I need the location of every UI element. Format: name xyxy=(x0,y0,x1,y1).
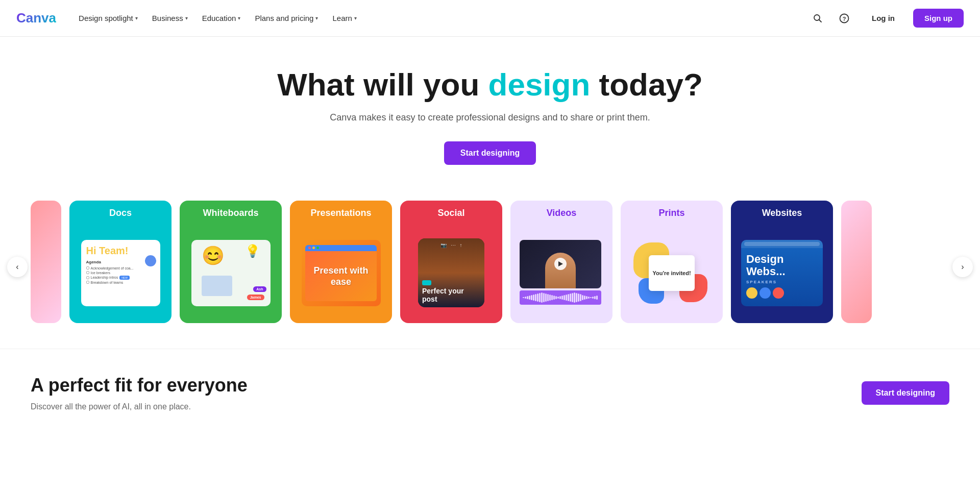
card-websites-title: Websites xyxy=(731,201,833,223)
card-prints[interactable]: Prints You're invited! xyxy=(621,201,723,323)
wave-bar xyxy=(578,293,579,302)
pres-topbar xyxy=(305,245,377,251)
card-whiteboards-title: Whiteboards xyxy=(180,201,282,223)
nav-items: Design spotlight ▾ Business ▾ Education … xyxy=(72,10,808,27)
wave-bar xyxy=(594,296,596,299)
hero-section: What will you design today? Canva makes … xyxy=(0,37,980,185)
nav-item-design-spotlight[interactable]: Design spotlight ▾ xyxy=(72,10,144,27)
wave-bar xyxy=(586,296,587,299)
card-videos-body xyxy=(510,223,612,323)
docs-item-3: Leadership introsNEW xyxy=(86,276,155,280)
svg-text:?: ? xyxy=(843,15,846,21)
logo-text: Canva xyxy=(16,10,56,26)
wb-bulb: 💡 xyxy=(245,244,260,258)
search-button[interactable] xyxy=(808,9,827,28)
card-presentations[interactable]: Presentations Present with ease xyxy=(290,201,392,323)
web-topbar xyxy=(741,240,823,248)
web-avatar-2 xyxy=(760,287,771,299)
card-docs[interactable]: Docs Hi Team! Agenda Acknowledgement of … xyxy=(69,201,172,323)
wb-name-james: James xyxy=(247,295,264,300)
web-big-text: Design Webs... xyxy=(741,248,823,280)
wave-bar xyxy=(549,295,551,301)
wave-bar xyxy=(574,292,575,303)
waveform xyxy=(520,290,601,305)
social-icon-3: ↑ xyxy=(460,242,462,248)
docs-item-2: Ice breakers xyxy=(86,271,155,275)
chevron-down-icon: ▾ xyxy=(238,15,240,21)
nav-item-plans[interactable]: Plans and pricing ▾ xyxy=(249,10,324,27)
nav-item-education[interactable]: Education ▾ xyxy=(196,10,247,27)
prints-card-text: You're invited! xyxy=(652,270,691,276)
social-icon-2: ⋯ xyxy=(451,242,456,248)
wave-bar xyxy=(527,296,528,299)
web-avatar-3 xyxy=(773,287,784,299)
prints-card: You're invited! xyxy=(649,255,695,291)
card-whiteboards-body: 😊 💡 Ash James xyxy=(180,223,282,323)
docs-hi-team: Hi Team! xyxy=(86,245,155,257)
wave-bar xyxy=(576,293,577,302)
start-designing-button[interactable]: Start designing xyxy=(444,141,536,165)
wave-bar xyxy=(523,297,524,298)
web-speakers-label: SPEAKERS xyxy=(741,280,823,284)
web-url-bar xyxy=(744,242,820,246)
web-preview: Design Webs... SPEAKERS xyxy=(741,240,823,306)
wave-bar xyxy=(592,297,594,299)
wave-bar xyxy=(570,293,571,302)
signup-button[interactable]: Sign up xyxy=(913,9,964,28)
wave-bar xyxy=(596,296,598,300)
wb-name-ash: Ash xyxy=(253,286,266,292)
social-topbar: 📷 ⋯ ↑ xyxy=(418,242,484,248)
wave-bar xyxy=(564,295,565,300)
video-screen xyxy=(520,240,601,288)
web-avatars xyxy=(741,284,823,302)
wave-bar xyxy=(539,293,541,302)
docs-item-1: Acknowledgement of coa... xyxy=(86,266,155,270)
navbar: Canva Design spotlight ▾ Business ▾ Educ… xyxy=(0,0,980,37)
bottom-left: A perfect fit for everyone Discover all … xyxy=(31,375,248,411)
docs-preview: Hi Team! Agenda Acknowledgement of coa..… xyxy=(81,240,160,306)
bottom-start-designing-button[interactable]: Start designing xyxy=(862,381,949,405)
wb-preview: 😊 💡 Ash James xyxy=(191,240,271,306)
wave-bar xyxy=(551,295,553,300)
wave-bar xyxy=(535,294,536,301)
nav-item-label: Plans and pricing xyxy=(255,14,313,22)
nav-item-learn[interactable]: Learn ▾ xyxy=(326,10,362,27)
bottom-subtitle: Discover all the power of AI, all in one… xyxy=(31,402,248,411)
card-social[interactable]: Social 📷 ⋯ ↑ Perfect your post xyxy=(400,201,502,323)
nav-item-label: Business xyxy=(152,14,183,22)
wave-bar xyxy=(559,296,561,299)
wave-bar xyxy=(566,295,567,301)
help-button[interactable]: ? xyxy=(835,9,853,28)
card-prints-title: Prints xyxy=(621,201,723,223)
wb-emoji: 😊 xyxy=(202,245,225,266)
svg-line-1 xyxy=(819,19,822,22)
nav-item-label: Education xyxy=(202,14,236,22)
bottom-section: A perfect fit for everyone Discover all … xyxy=(0,349,980,432)
hero-title-before: What will you xyxy=(277,67,488,102)
cards-track: Docs Hi Team! Agenda Acknowledgement of … xyxy=(0,195,980,328)
card-whiteboards[interactable]: Whiteboards 😊 💡 Ash James xyxy=(180,201,282,323)
logo[interactable]: Canva xyxy=(16,10,56,26)
wave-bar xyxy=(529,296,530,300)
chevron-down-icon: ▾ xyxy=(135,15,138,21)
prints-preview: You're invited! xyxy=(631,240,713,306)
wave-bar xyxy=(547,294,549,301)
card-videos[interactable]: Videos xyxy=(510,201,612,323)
card-partial-right xyxy=(841,201,872,323)
wave-bar xyxy=(541,292,543,303)
carousel-prev-button[interactable]: ‹ xyxy=(7,257,28,277)
pres-inner: Present with ease xyxy=(305,245,377,301)
chevron-down-icon: ▾ xyxy=(354,15,357,21)
social-icon-1: 📷 xyxy=(440,242,447,248)
nav-item-business[interactable]: Business ▾ xyxy=(146,10,194,27)
card-websites-body: Design Webs... SPEAKERS xyxy=(731,223,833,323)
wave-bar xyxy=(537,293,538,302)
carousel-next-button[interactable]: › xyxy=(952,257,973,277)
social-preview: 📷 ⋯ ↑ Perfect your post xyxy=(418,238,484,307)
login-button[interactable]: Log in xyxy=(862,10,905,27)
wave-bar xyxy=(582,295,583,300)
wave-bar xyxy=(531,295,532,300)
play-button[interactable] xyxy=(554,258,567,270)
card-websites[interactable]: Websites Design Webs... SPEAKERS xyxy=(731,201,833,323)
hero-title: What will you design today? xyxy=(10,67,970,102)
